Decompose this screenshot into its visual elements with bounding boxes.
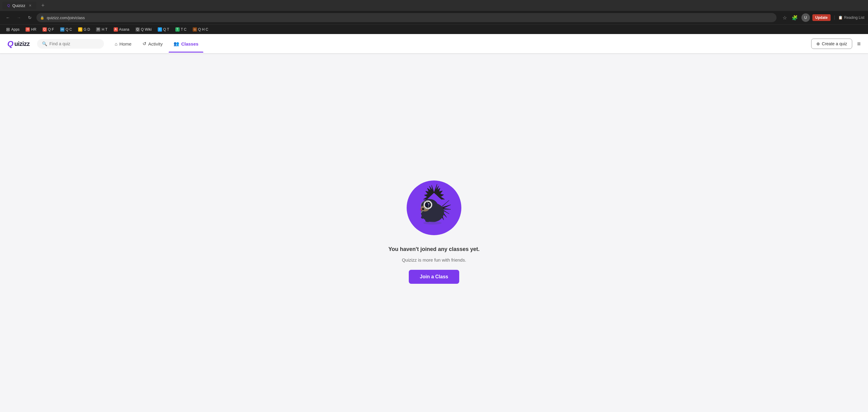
hamburger-menu-button[interactable]: ≡	[857, 40, 861, 47]
bookmark-qt[interactable]: t Q T	[155, 26, 172, 33]
logo-q-letter: Q	[7, 39, 13, 49]
bookmark-qc[interactable]: 28 Q C	[58, 26, 74, 33]
browser-actions: ☆ 🧩 U Update 📋 Reading List	[781, 13, 864, 22]
app-header: Q uizizz 🔍 ⌂ Home ↺ Activity 👥 Classes ⊕…	[0, 34, 868, 54]
url-text: quizizz.com/join/class	[47, 15, 85, 20]
bookmark-tc[interactable]: T T C	[173, 26, 189, 33]
update-button[interactable]: Update	[812, 14, 831, 21]
gd-favicon-icon: G	[78, 27, 82, 32]
asana-favicon-icon: A	[114, 27, 118, 32]
join-class-button[interactable]: Join a Class	[409, 270, 459, 284]
bookmark-qhc[interactable]: Q Q H C	[190, 26, 211, 33]
bookmark-gd[interactable]: G G D	[76, 26, 92, 33]
back-button[interactable]: ←	[4, 13, 12, 22]
hamburger-icon: ≡	[857, 40, 861, 47]
create-quiz-button[interactable]: ⊕ Create a quiz	[811, 39, 852, 49]
svg-point-28	[420, 209, 423, 211]
browser-chrome: Q Quizizz × + ← → ↻ 🔒 quizizz.com/join/c…	[0, 0, 868, 34]
empty-state-title: You haven't joined any classes yet.	[389, 246, 479, 252]
browser-controls: ← → ↻ 🔒 quizizz.com/join/class ☆ 🧩 U Upd…	[0, 11, 868, 24]
activity-icon: ↺	[143, 41, 147, 46]
quizizz-logo[interactable]: Q uizizz	[7, 39, 30, 49]
new-tab-button[interactable]: +	[39, 1, 47, 10]
refresh-button[interactable]: ↻	[26, 13, 34, 22]
forward-button[interactable]: →	[14, 13, 23, 22]
reading-list-icon: 📋	[838, 15, 843, 20]
profile-avatar[interactable]: U	[801, 13, 810, 22]
create-quiz-plus-icon: ⊕	[816, 41, 820, 46]
bookmarks-bar: ⊞ Apps H HR Q Q F 28 Q C G G D H H T A A…	[0, 24, 868, 34]
qf-favicon-icon: Q	[42, 27, 47, 32]
empty-state-subtitle: Quizizz is more fun with friends.	[402, 257, 466, 262]
svg-point-33	[423, 221, 442, 225]
extensions-button[interactable]: 🧩	[790, 14, 799, 22]
tab-bar: Q Quizizz × +	[0, 0, 868, 11]
search-icon: 🔍	[42, 41, 47, 46]
main-content: You haven't joined any classes yet. Quiz…	[0, 54, 868, 411]
logo-rest-text: uizizz	[14, 40, 29, 47]
tc-favicon-icon: T	[175, 27, 180, 32]
empty-state: You haven't joined any classes yet. Quiz…	[389, 181, 479, 284]
qhc-favicon-icon: Q	[193, 27, 197, 32]
browser-tab[interactable]: Q Quizizz ×	[2, 2, 36, 9]
bookmark-qwiki[interactable]: Q Q Wiki	[133, 26, 154, 33]
header-right-actions: ⊕ Create a quiz ≡	[811, 39, 861, 49]
security-lock-icon: 🔒	[40, 16, 44, 20]
header-border	[0, 53, 868, 54]
bookmark-hr[interactable]: H HR	[23, 26, 39, 33]
bookmark-ht[interactable]: H H T	[94, 26, 110, 33]
hedgehog-mascot-svg	[410, 184, 458, 232]
main-nav: ⌂ Home ↺ Activity 👥 Classes	[110, 39, 811, 49]
reading-list-button[interactable]: 📋 Reading List	[834, 15, 864, 20]
home-icon: ⌂	[115, 41, 118, 46]
bookmark-apps[interactable]: ⊞ Apps	[4, 26, 22, 33]
mascot-illustration	[407, 181, 461, 235]
qt-favicon-icon: t	[158, 27, 162, 32]
bookmark-asana[interactable]: A Asana	[111, 26, 132, 33]
search-input[interactable]	[50, 41, 99, 46]
qc-favicon-icon: 28	[60, 27, 64, 32]
address-bar[interactable]: 🔒 quizizz.com/join/class	[36, 13, 777, 22]
nav-home[interactable]: ⌂ Home	[110, 39, 136, 49]
search-bar-container: 🔍	[37, 39, 104, 49]
qwiki-favicon-icon: Q	[135, 27, 140, 32]
classes-icon: 👥	[174, 41, 179, 46]
nav-activity[interactable]: ↺ Activity	[138, 39, 168, 49]
close-tab-icon[interactable]: ×	[29, 3, 31, 8]
bookmark-qf[interactable]: Q Q F	[40, 26, 57, 33]
star-button[interactable]: ☆	[781, 14, 788, 22]
ht-favicon-icon: H	[96, 27, 100, 32]
nav-classes[interactable]: 👥 Classes	[169, 39, 203, 49]
hr-favicon-icon: H	[26, 27, 30, 32]
apps-grid-icon: ⊞	[6, 27, 10, 32]
